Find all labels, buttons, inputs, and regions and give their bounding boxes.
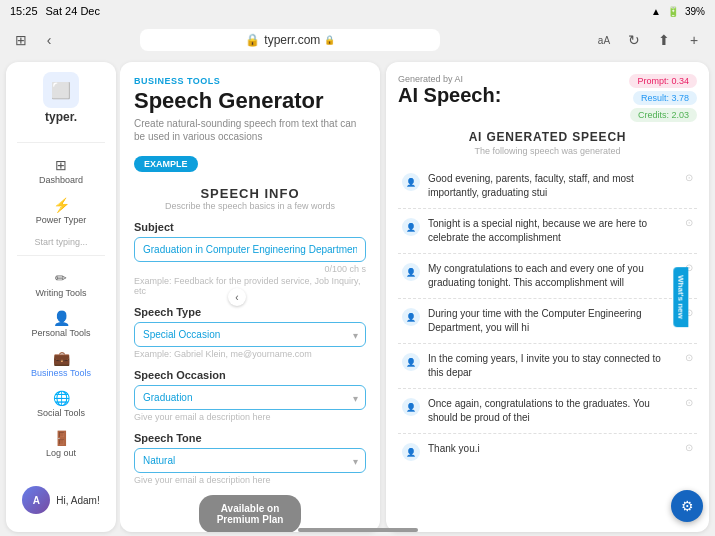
sidebar-label-power-typer: Power Typer	[36, 215, 86, 225]
add-tab-button[interactable]: +	[683, 29, 705, 51]
copy-icon-1[interactable]: ⊙	[685, 217, 693, 228]
speech-items-list: 👤 Good evening, parents, faculty, staff,…	[398, 164, 697, 520]
sidebar-label-logout: Log out	[46, 448, 76, 458]
result-stat: Result: 3.78	[633, 91, 697, 105]
writing-icon: ✏	[55, 270, 67, 286]
sidebar-label-dashboard: Dashboard	[39, 175, 83, 185]
speech-occasion-select[interactable]: Graduation	[134, 385, 366, 410]
speech-type-select[interactable]: Special Occasion	[134, 322, 366, 347]
logout-icon: 🚪	[53, 430, 70, 446]
speech-item: 👤 My congratulations to each and every o…	[398, 254, 697, 299]
copy-icon-6[interactable]: ⊙	[685, 442, 693, 453]
sidebar-item-personal-tools[interactable]: 👤 Personal Tools	[6, 304, 116, 344]
speech-item-icon: 👤	[402, 173, 420, 191]
speech-item-text: Tonight is a special night, because we a…	[428, 217, 677, 245]
sidebar-label-business: Business Tools	[31, 368, 91, 378]
font-size-button[interactable]: aA	[593, 29, 615, 51]
time: 15:25	[10, 5, 38, 17]
content-area: ‹ BUSINESS TOOLS Speech Generator Create…	[120, 58, 715, 536]
back-button[interactable]: ‹	[38, 29, 60, 51]
speech-item-text: In the coming years, I invite you to sta…	[428, 352, 677, 380]
gear-icon: ⚙	[681, 498, 694, 514]
url-bar[interactable]: 🔒 typerr.com 🔒	[140, 29, 440, 51]
example-button[interactable]: EXAMPLE	[134, 156, 198, 172]
user-greeting: Hi, Adam!	[56, 495, 99, 506]
sidebar-item-logout[interactable]: 🚪 Log out	[6, 424, 116, 464]
sidebar-divider2	[17, 255, 105, 256]
speech-tone-select[interactable]: Natural	[134, 448, 366, 473]
sidebar-item-business-tools[interactable]: 💼 Business Tools	[6, 344, 116, 384]
lock-icon: 🔒	[245, 33, 260, 47]
speech-tone-field: Speech Tone Natural Give your email a de…	[134, 432, 366, 485]
copy-icon-4[interactable]: ⊙	[685, 352, 693, 363]
panel-tag: BUSINESS TOOLS	[134, 76, 366, 86]
speech-occasion-select-wrapper: Graduation	[134, 385, 366, 410]
subject-label: Subject	[134, 221, 366, 233]
battery-icon: 🔋	[667, 6, 679, 17]
subject-counter: 0/100 ch s	[134, 264, 366, 274]
copy-icon-5[interactable]: ⊙	[685, 397, 693, 408]
tab-switcher-button[interactable]: ⊞	[10, 29, 32, 51]
share-button[interactable]: ⬆	[653, 29, 675, 51]
speech-item-text: Thank you.i	[428, 442, 677, 456]
prompt-stat: Prompt: 0.34	[629, 74, 697, 88]
speech-item: 👤 Tonight is a special night, because we…	[398, 209, 697, 254]
personal-icon: 👤	[53, 310, 70, 326]
wifi-icon: ▲	[651, 6, 661, 17]
sidebar-item-social-tools[interactable]: 🌐 Social Tools	[6, 384, 116, 424]
browser-actions: aA ↻ ⬆ +	[593, 29, 705, 51]
panel-subtitle: Create natural-sounding speech from text…	[134, 117, 366, 143]
speech-tone-label: Speech Tone	[134, 432, 366, 444]
speech-item-icon: 👤	[402, 308, 420, 326]
speech-item: 👤 Thank you.i ⊙	[398, 434, 697, 469]
speech-item-text: My congratulations to each and every one…	[428, 262, 677, 290]
speech-item: 👤 In the coming years, I invite you to s…	[398, 344, 697, 389]
date: Sat 24 Dec	[46, 5, 100, 17]
speech-info-panel: BUSINESS TOOLS Speech Generator Create n…	[120, 62, 380, 532]
speech-item-text: Good evening, parents, faculty, staff, a…	[428, 172, 677, 200]
sidebar-item-dashboard[interactable]: ⊞ Dashboard	[6, 151, 116, 191]
main-container: ⬜ typer. ⊞ Dashboard ⚡ Power Typer Start…	[0, 58, 715, 536]
battery-level: 39%	[685, 6, 705, 17]
speech-info-header: SPEECH INFO Describe the speech basics i…	[134, 186, 366, 211]
user-avatar-section: A Hi, Adam!	[14, 478, 107, 522]
speech-type-field: Speech Type Special Occasion Example: Ga…	[134, 306, 366, 359]
speech-occasion-field: Speech Occasion Graduation Give your ema…	[134, 369, 366, 422]
speech-type-select-wrapper: Special Occasion	[134, 322, 366, 347]
gear-button[interactable]: ⚙	[671, 490, 703, 522]
speech-item-icon: 👤	[402, 398, 420, 416]
sidebar-label-personal: Personal Tools	[32, 328, 91, 338]
sidebar-divider	[17, 142, 105, 143]
copy-icon-0[interactable]: ⊙	[685, 172, 693, 183]
speech-item-icon: 👤	[402, 263, 420, 281]
refresh-button[interactable]: ↻	[623, 29, 645, 51]
ai-generated-title: AI GENERATED SPEECH	[398, 130, 697, 144]
premium-plan-button[interactable]: Available onPremium Plan	[199, 495, 302, 532]
browser-bar: ⊞ ‹ 🔒 typerr.com 🔒 aA ↻ ⬆ +	[0, 22, 715, 58]
stats-badges: Prompt: 0.34 Result: 3.78 Credits: 2.03	[629, 74, 697, 122]
sidebar-item-power-typer[interactable]: ⚡ Power Typer	[6, 191, 116, 231]
start-typing-hint: Start typing...	[26, 233, 95, 251]
ai-speech-title: AI Speech:	[398, 84, 501, 107]
whats-new-tab[interactable]: What's new	[674, 267, 689, 327]
social-icon: 🌐	[53, 390, 70, 406]
sidebar-logo: ⬜ typer.	[43, 72, 79, 124]
speech-item: 👤 During your time with the Computer Eng…	[398, 299, 697, 344]
sidebar-item-writing-tools[interactable]: ✏ Writing Tools	[6, 264, 116, 304]
dashboard-icon: ⊞	[55, 157, 67, 173]
subject-input[interactable]	[134, 237, 366, 262]
subject-field: Subject 0/100 ch s Example: Feedback for…	[134, 221, 366, 296]
collapse-sidebar-button[interactable]: ‹	[228, 288, 246, 306]
subject-hint: Example: Feedback for the provided servi…	[134, 276, 366, 296]
power-icon: ⚡	[53, 197, 70, 213]
speech-item: 👤 Once again, congratulations to the gra…	[398, 389, 697, 434]
ai-speech-header: Generated by AI AI Speech: Prompt: 0.34 …	[398, 74, 697, 122]
logo-text: typer.	[45, 110, 77, 124]
avatar: A	[22, 486, 50, 514]
browser-nav: ⊞ ‹	[10, 29, 60, 51]
sidebar-label-social: Social Tools	[37, 408, 85, 418]
ai-generated-subtitle: The following speech was generated	[398, 146, 697, 156]
url-text: typerr.com	[264, 33, 320, 47]
status-bar: 15:25 Sat 24 Dec ▲ 🔋 39%	[0, 0, 715, 22]
speech-item-icon: 👤	[402, 443, 420, 461]
